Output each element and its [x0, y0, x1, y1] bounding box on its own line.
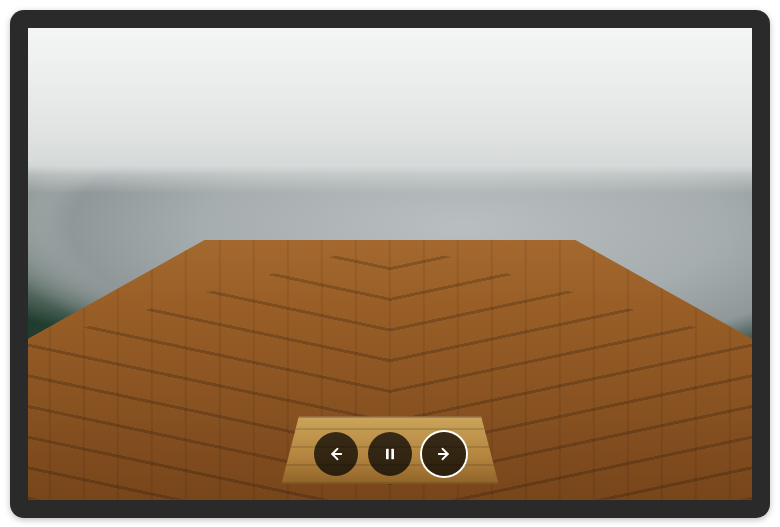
slide-image	[28, 28, 752, 500]
slideshow-controls	[314, 432, 466, 476]
svg-rect-0	[386, 448, 389, 459]
arrow-left-icon	[327, 445, 345, 463]
slideshow-viewport	[28, 28, 752, 500]
arrow-right-icon	[435, 445, 453, 463]
pause-button[interactable]	[368, 432, 412, 476]
next-button[interactable]	[422, 432, 466, 476]
pause-icon	[382, 446, 398, 462]
prev-button[interactable]	[314, 432, 358, 476]
device-frame	[10, 10, 770, 518]
svg-rect-1	[391, 448, 394, 459]
